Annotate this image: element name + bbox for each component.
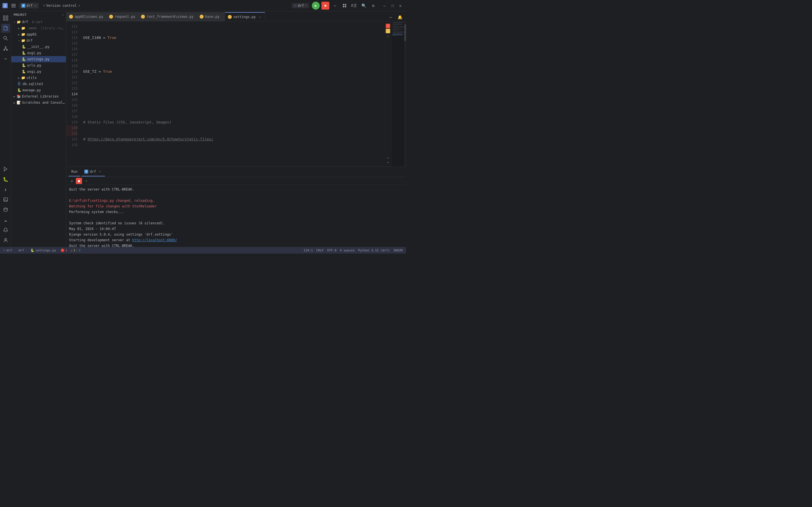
scrollbar-track[interactable] [404,21,406,167]
code-content[interactable]: USE_I18N = True USE_TZ = True # Static f… [80,21,384,167]
tree-label: manage.py [22,88,41,92]
tab-app01views[interactable]: app01\views.py [66,12,106,21]
stop-button[interactable]: ■ [76,178,82,184]
scratches-icon: 📝 [16,100,21,105]
error-badge[interactable]: 🔴 1 [61,248,67,252]
tree-item-asgi[interactable]: 🐍 asgi.py [11,50,66,56]
console-line: Performing system checks... [69,209,403,215]
tree-item-external-libraries[interactable]: ▶ 📚 External Libraries [11,93,66,100]
run-config-selector[interactable]: ⬡ drf ▾ [292,3,309,8]
line-sep-indicator[interactable]: CRLF [315,248,325,252]
python-version-indicator[interactable]: Python 3.11 (drf) [357,248,391,252]
tab-bar: app01\views.py request.py rest_framework… [66,11,406,21]
console-line: E:\drf\drf\settings.py changed, reloadin… [69,198,403,204]
file-icon [200,15,204,18]
settings-button[interactable]: ⚙ [369,2,377,10]
tab-settings[interactable]: settings.py ✕ [225,12,265,21]
vcs-label: Version control [46,4,77,8]
console-line [69,215,403,220]
status-sep: › [26,248,28,252]
tab-run[interactable]: Run [68,167,80,176]
chevron-down-icon: ▾ [305,4,307,7]
tree-arrow: ▶ [17,76,21,80]
minimize-button[interactable]: — [381,2,388,9]
error-count: 1 [65,248,67,252]
activity-icon-debug[interactable]: 🐛 [1,175,10,184]
tree-label: __init__.py [27,45,49,49]
file-icon [69,15,73,18]
memory-indicator[interactable]: 3802M [392,248,404,252]
encoding-indicator[interactable]: UTF-8 [326,248,337,252]
indent-indicator[interactable]: 4 spaces [339,248,356,252]
tree-item-app01[interactable]: ▶ 📁 app01 [11,31,66,38]
activity-icon-extensions[interactable]: ⋯ [1,54,10,63]
ok-count: 2 [79,248,80,252]
svg-rect-11 [3,18,5,20]
position-indicator[interactable]: 124:1 [303,248,314,252]
tree-item-drf-root[interactable]: ▾ 📁 drf E:\drf [11,19,66,25]
activity-icon-git[interactable] [1,44,10,53]
rerun-button[interactable]: ↺ [68,178,75,184]
dev-server-link[interactable]: http://localhost:8000/ [132,238,177,242]
tree-item-urls[interactable]: 🐍 urls.py [11,62,66,68]
tree-item-init[interactable]: 🐍 __init__.py [11,44,66,50]
status-right: 124:1 CRLF UTF-8 4 spaces Python 3.11 (d… [303,248,404,252]
tree-item-manage[interactable]: 🐍 manage.py [11,87,66,93]
activity-icon-run[interactable] [1,165,10,174]
run-button[interactable]: ▶ [312,2,320,10]
activity-icon-terminal[interactable] [1,195,10,204]
tree-item-venv[interactable]: ▶ 📁 .venv library root [11,25,66,31]
folder-icon: 📁 [16,20,21,24]
activity-bar: ⋯ 🐛 ↕ ☁ [0,11,11,247]
tree-item-scratches[interactable]: ▶ 📝 Scratches and Consoles [11,100,66,106]
translate-button[interactable]: A文 [350,2,358,10]
svg-point-17 [6,49,8,50]
tree-item-wsgi[interactable]: 🐍 wsgi.py [11,68,66,75]
close-button[interactable]: ✕ [397,2,404,9]
tree-item-settings[interactable]: 🐍 settings.py [11,56,66,62]
warning-badge[interactable]: ⚠ 3 ✓ 2 [70,248,80,252]
activity-icon-profile[interactable] [1,236,10,245]
tree-item-db[interactable]: 🗄 db.sqlite3 [11,81,66,87]
activity-icon-search[interactable] [1,34,10,43]
activity-icon-deploy[interactable]: ☁ [1,215,10,224]
stop-button[interactable]: ■ [321,2,329,10]
path-indicator[interactable]: drf [17,248,25,252]
svg-rect-4 [11,7,16,7]
console-output: Quit the server with CTRL-BREAK. E:\drf\… [66,185,406,247]
file-icon [228,15,232,19]
minimap-content [392,21,406,167]
tab-close-button[interactable]: ✕ [98,169,102,174]
hamburger-menu-button[interactable] [10,2,17,9]
activity-icon-project[interactable] [1,13,10,22]
activity-icon-git2[interactable]: ↕ [1,185,10,194]
code-editor[interactable]: 112113114115 116117118119 120121122123 1… [66,21,384,167]
branch-indicator[interactable]: ⑂ drf [2,248,13,252]
tree-arrow: ▶ [12,101,16,105]
vcs-button[interactable]: ⑂ Version control ▾ [41,3,83,8]
scrollbar-thumb[interactable] [404,24,406,41]
folder-icon: 📁 [21,38,25,43]
tree-item-utils[interactable]: ▶ 📁 utils [11,75,66,81]
activity-icon-files[interactable] [1,24,10,33]
search-everywhere-button[interactable]: 🔍 [360,2,368,10]
more-button[interactable]: ⋯ [83,178,89,184]
tree-item-drf-folder[interactable]: ▾ 📁 drf [11,38,66,44]
tab-base[interactable]: base.py [197,12,225,21]
more-options-button[interactable]: ⋯ [331,2,339,10]
maximize-button[interactable]: ❐ [389,2,396,9]
plugins-button[interactable] [340,2,348,10]
notifications-icon[interactable]: 🔔 [396,13,404,21]
tab-options-button[interactable]: ⋯ [387,13,395,21]
tab-request[interactable]: request.py [106,12,138,21]
file-tree[interactable]: ▾ 📁 drf E:\drf ▶ 📁 .venv library root ▶ … [11,18,66,247]
file-indicator[interactable]: 🐍 settings.py [29,248,57,252]
tab-rest-framework[interactable]: rest_framework\views.py [138,12,197,21]
tab-drf[interactable]: d drf ✕ [82,167,105,176]
svg-rect-5 [343,4,344,5]
project-selector[interactable]: d drf ▾ [19,3,39,8]
activity-icon-database[interactable] [1,205,10,214]
tab-close-button[interactable]: ✕ [258,15,262,19]
activity-icon-notifications[interactable] [1,225,10,234]
tree-label: app01 [26,33,37,36]
